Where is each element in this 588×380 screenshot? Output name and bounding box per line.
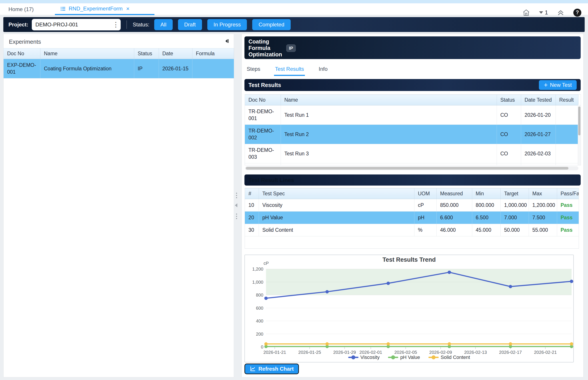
project-kebab-menu-icon[interactable]: ⋮ <box>111 19 121 30</box>
legend-item-solid-content[interactable]: Solid Content <box>428 355 470 360</box>
double-chevron-up-icon[interactable] <box>557 9 565 16</box>
col-target[interactable]: Target <box>501 189 529 199</box>
test-result-lines-section-title: Test Result Lines <box>249 177 294 183</box>
tab-close-icon[interactable]: × <box>126 6 129 12</box>
cell-result <box>556 125 578 144</box>
horizontal-scrollbar[interactable] <box>245 166 578 170</box>
col-doc-no[interactable]: Doc No <box>245 95 281 105</box>
refresh-chart-button[interactable]: Refresh Chart <box>244 363 299 374</box>
legend-swatch-icon <box>388 355 398 359</box>
cell-doc: TR-DEMO- <box>245 163 281 166</box>
table-row[interactable]: TR-DEMO-001Test Run 1CO2026-01-20 <box>245 105 578 125</box>
new-test-button-label: New Test <box>550 82 572 88</box>
col-status[interactable]: Status <box>134 48 159 59</box>
view-count-dropdown[interactable]: 1 <box>539 9 548 16</box>
cell-target: 7.000 <box>501 211 529 224</box>
col-min[interactable]: Min <box>472 189 501 199</box>
horizontal-scrollbar-thumb[interactable] <box>246 167 568 170</box>
cell-spec: pH Value <box>259 211 414 224</box>
col-pass-fail[interactable]: Pass/Fail <box>557 189 579 199</box>
col-date-tested[interactable]: Date Tested <box>521 95 556 105</box>
new-test-button[interactable]: + New Test <box>539 80 577 90</box>
cell-name: Test Run 1 <box>281 105 497 125</box>
table-row[interactable]: EXP-DEMO- 001Coating Formula Optimizatio… <box>3 59 234 78</box>
tab-steps[interactable]: Steps <box>246 63 261 76</box>
vertical-scrollbar[interactable] <box>578 105 581 165</box>
col-measured[interactable]: Measured <box>437 189 472 199</box>
filter-completed-button[interactable]: Completed <box>252 19 291 30</box>
col-date[interactable]: Date <box>159 48 192 59</box>
cell-num: 30 <box>245 224 259 236</box>
y-tick-label: 0 <box>261 344 263 349</box>
cell-status: CO <box>497 125 521 144</box>
cell-measured: 850.000 <box>437 199 472 211</box>
cell-num: 20 <box>245 211 259 224</box>
filter-all-button[interactable]: All <box>154 19 173 30</box>
chart-legend: ViscositypH ValueSolid Content <box>245 355 573 360</box>
legend-item-viscosity[interactable]: Viscosity <box>348 355 379 360</box>
cell-name: Coating Formula Optimization <box>40 59 134 78</box>
col-result[interactable]: Result <box>556 95 578 105</box>
data-point <box>570 342 573 346</box>
table-row[interactable]: TR-DEMO- <box>245 163 578 166</box>
col-max[interactable]: Max <box>529 189 557 199</box>
y-axis-unit: cP <box>264 261 269 266</box>
filter-draft-button[interactable]: Draft <box>178 19 202 30</box>
col-test-spec[interactable]: Test Spec <box>259 189 414 199</box>
project-label: Project: <box>8 21 28 28</box>
tab-rnd-experiment-form[interactable]: RND_ExperimentForm × <box>55 3 154 15</box>
col-line-no[interactable]: # <box>245 189 259 199</box>
home-icon[interactable] <box>522 9 530 17</box>
tab-active-label: RND_ExperimentForm <box>69 5 123 12</box>
cell-formula <box>192 59 234 78</box>
cell-target: 50.000 <box>501 224 529 236</box>
col-uom[interactable]: UOM <box>414 189 437 199</box>
cell-name: Test Run 2 <box>281 125 497 144</box>
col-doc-no[interactable]: Doc No <box>3 48 40 59</box>
table-row[interactable]: 30Solid Content%46.00045.00050.00055.000… <box>245 224 579 236</box>
tab-test-results[interactable]: Test Results <box>274 63 305 76</box>
cell-result <box>556 163 578 166</box>
data-point <box>509 285 512 288</box>
table-row[interactable]: TR-DEMO- 002Test Run 2CO2026-01-27 <box>245 125 578 144</box>
data-point <box>326 342 329 346</box>
splitter-handle-top[interactable] <box>236 193 237 198</box>
col-formula[interactable]: Formula <box>192 48 234 59</box>
tab-info[interactable]: Info <box>318 63 328 76</box>
cell-uom: % <box>414 224 437 236</box>
table-row[interactable]: 10ViscositycP850.000800.0001,000.0001,20… <box>245 199 579 211</box>
data-point <box>326 290 329 293</box>
col-status[interactable]: Status <box>497 95 521 105</box>
cell-date: 2026-01-15 <box>159 59 192 78</box>
legend-item-ph-value[interactable]: pH Value <box>388 355 420 360</box>
test-results-table: Doc No Name Status Date Tested Result TR… <box>245 95 578 165</box>
cell-name: Test Run 3 <box>281 144 497 163</box>
collapse-panel-icon[interactable] <box>224 38 230 45</box>
result-lines-table-container: # Test Spec UOM Measured Min Target Max … <box>245 188 579 248</box>
splitter-handle-bottom[interactable] <box>236 213 237 219</box>
cell-status <box>497 163 521 166</box>
x-tick-label: 2026-02-01 <box>359 350 382 355</box>
cell-min: 45.000 <box>472 224 501 236</box>
tab-home[interactable]: Home (17) <box>8 3 34 15</box>
x-tick-label: 2026-01-25 <box>298 350 321 355</box>
legend-swatch-icon <box>348 355 358 359</box>
project-input[interactable]: DEMO-PROJ-001 ⋮ <box>32 19 121 30</box>
status-label: Status: <box>133 21 149 28</box>
table-row[interactable]: 20pH ValuepH6.6006.5007.0007.500Pass <box>245 211 579 224</box>
splitter-collapse-arrow-icon[interactable] <box>235 203 237 207</box>
help-icon[interactable]: ? <box>573 9 581 17</box>
filter-in-progress-button[interactable]: In Progress <box>207 19 247 30</box>
x-tick-label: 2026-02-17 <box>499 350 522 355</box>
data-point <box>387 342 390 346</box>
cell-date: 2026-01-20 <box>521 105 556 125</box>
cell-doc: TR-DEMO- 002 <box>245 125 281 144</box>
filter-toolbar: Project: DEMO-PROJ-001 ⋮ Status: All Dra… <box>3 17 585 32</box>
col-name[interactable]: Name <box>281 95 497 105</box>
col-name[interactable]: Name <box>40 48 134 59</box>
cell-result <box>556 105 578 125</box>
table-row[interactable]: TR-DEMO- 003Test Run 3CO2026-02-03 <box>245 144 578 163</box>
experiment-header-card: Coating Formula Optimization IP <box>244 37 581 59</box>
vertical-scrollbar-thumb[interactable] <box>578 107 580 135</box>
list-icon <box>60 6 66 12</box>
